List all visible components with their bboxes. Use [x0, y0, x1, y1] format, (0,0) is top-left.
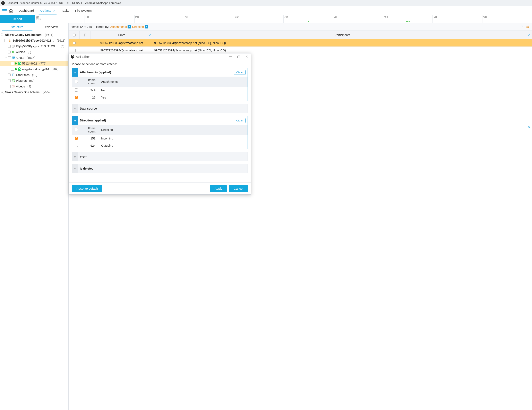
clear-button[interactable]: Clear: [234, 118, 246, 123]
filter-option-row[interactable]: 26 Yes: [72, 94, 247, 101]
timeline-month[interactable]: Sep: [432, 15, 482, 23]
row-checkbox[interactable]: [73, 49, 76, 52]
tree-chats[interactable]: ▾ Chats (1537): [0, 55, 68, 61]
column-filter-icon[interactable]: [527, 34, 530, 37]
tree-checkbox[interactable]: [8, 56, 11, 59]
filter-chip-attachments[interactable]: Attachments✕: [110, 25, 131, 29]
tree-pictures[interactable]: Pictures (50): [0, 78, 68, 84]
filter-option-row[interactable]: 749 No: [72, 87, 247, 94]
remove-chip-icon[interactable]: ✕: [128, 25, 131, 29]
maximize-icon[interactable]: ▢: [236, 55, 241, 58]
left-tab-structure[interactable]: Structure: [0, 23, 34, 31]
window-title: Belkasoft Evidence Center X | v.2.4.1517…: [7, 1, 121, 4]
menu-icon[interactable]: [2, 8, 7, 13]
tree-checkbox[interactable]: [8, 51, 11, 53]
tree-chat-thread[interactable]: 571249602 (775): [0, 61, 68, 66]
grid-row[interactable]: 995571203394@s.whatsapp.net 995571203394…: [69, 39, 532, 47]
expand-handle-icon[interactable]: [72, 164, 78, 173]
filter-option-row[interactable]: 151 Incoming: [72, 135, 247, 142]
expand-handle-icon[interactable]: [72, 152, 78, 161]
grid-header-from[interactable]: From: [91, 31, 153, 39]
tree-other-files[interactable]: Other files (12): [0, 72, 68, 78]
tree-root[interactable]: Niko's Galaxy S9+.belkaml (1611): [0, 32, 68, 38]
grid-row[interactable]: 995571203394@s.whatsapp.net 995571203394…: [69, 47, 532, 54]
apply-button[interactable]: Apply: [210, 185, 227, 192]
grid-header-participants[interactable]: Participants: [153, 31, 532, 39]
tree-case[interactable]: 1cf95de51b037ece-2024011… (1611): [0, 38, 68, 43]
section-header[interactable]: From: [72, 152, 247, 161]
clear-button[interactable]: Clear: [234, 70, 246, 75]
timeline-month[interactable]: Apr: [184, 15, 234, 23]
row-checkbox[interactable]: [73, 42, 76, 44]
tree-checkbox[interactable]: [8, 45, 11, 48]
option-checkbox[interactable]: [75, 96, 78, 99]
col-value[interactable]: Direction: [99, 125, 247, 135]
collapse-handle-icon[interactable]: [72, 116, 78, 125]
tab-tasks[interactable]: Tasks: [58, 6, 72, 15]
left-tab-overview[interactable]: Overview: [34, 23, 68, 31]
chat-view-icon[interactable]: [520, 25, 524, 29]
col-items-count[interactable]: Items count: [80, 125, 99, 135]
col-value[interactable]: Attachments: [99, 77, 247, 87]
tree-image-node[interactable]: IMjhy5BOPyvg-Is_31SqT1XG… (0): [0, 43, 68, 49]
option-checkbox[interactable]: [75, 144, 78, 147]
tree-checkbox[interactable]: [11, 62, 14, 65]
option-checkbox[interactable]: [75, 88, 78, 92]
close-icon[interactable]: ✕: [245, 55, 249, 58]
grid-view-icon[interactable]: [526, 25, 530, 29]
dialog-titlebar[interactable]: Add a filter — ▢ ✕: [69, 53, 251, 60]
timeline-month[interactable]: Mar: [134, 15, 184, 23]
section-header[interactable]: Attachments (applied) Clear: [72, 68, 247, 76]
top-navigation: Dashboard Artifacts ✕ Tasks File System: [0, 6, 532, 15]
timeline-month[interactable]: Feb: [85, 15, 134, 23]
home-icon[interactable]: [8, 8, 14, 13]
collapse-handle-icon[interactable]: [72, 68, 78, 76]
tree-root[interactable]: Niko's Galaxy S9+.belkaml (755): [0, 89, 68, 95]
timeline-month[interactable]: Jul: [333, 15, 383, 23]
section-title: From: [80, 155, 87, 158]
magnifier-icon: [0, 90, 4, 94]
col-items-count[interactable]: Items count: [80, 77, 99, 87]
tree-audios[interactable]: Audios (8): [0, 49, 68, 55]
filter-chip-direction[interactable]: Direction✕: [132, 25, 148, 29]
grid-header-checkbox[interactable]: [69, 31, 80, 39]
tree-checkbox[interactable]: [4, 39, 7, 42]
section-header[interactable]: Is deleted: [72, 164, 247, 173]
timeline-month[interactable]: Jan2023: [35, 15, 85, 23]
tree-checkbox[interactable]: [8, 74, 11, 76]
cancel-button[interactable]: Cancel: [229, 185, 248, 192]
collapse-icon[interactable]: ▾: [4, 57, 7, 59]
cell-participants: 995571203394@s.whatsapp.net (Nino ICQ, N…: [153, 49, 532, 52]
tree-chat-thread[interactable]: msgstore.db.crypt14 (762): [0, 66, 68, 72]
timeline-month[interactable]: Aug: [383, 15, 433, 23]
filter-option-row[interactable]: 624 Outgoing: [72, 142, 247, 149]
remove-chip-icon[interactable]: ✕: [145, 25, 148, 29]
section-header[interactable]: Direction (applied) Clear: [72, 116, 247, 125]
grid-header-bookmark[interactable]: [80, 31, 91, 39]
minimize-icon[interactable]: —: [228, 55, 233, 58]
select-all-checkbox[interactable]: [75, 80, 78, 83]
svg-rect-10: [526, 26, 528, 26]
tree-checkbox[interactable]: [8, 85, 11, 88]
expand-handle-icon[interactable]: [72, 104, 78, 113]
tab-filesystem[interactable]: File System: [72, 6, 95, 15]
tab-dashboard[interactable]: Dashboard: [16, 6, 37, 15]
tab-artifacts[interactable]: Artifacts ✕: [37, 6, 58, 15]
select-all-checkbox[interactable]: [75, 128, 78, 131]
option-checkbox[interactable]: [75, 137, 78, 140]
close-tab-icon[interactable]: ✕: [53, 9, 56, 12]
tree-checkbox[interactable]: [8, 79, 11, 82]
reset-button[interactable]: Reset to default: [72, 185, 102, 192]
panel-collapse-icon[interactable]: [528, 125, 531, 129]
column-filter-icon[interactable]: [148, 34, 151, 37]
tree-videos[interactable]: Videos (4): [0, 84, 68, 89]
timeline-month[interactable]: May: [234, 15, 283, 23]
option-value: No: [99, 87, 247, 94]
timeline-month[interactable]: Oct: [482, 15, 532, 23]
tree-checkbox[interactable]: [11, 68, 14, 71]
timeline[interactable]: Jan2023 Feb Mar Apr May Jun Jul Aug Sep …: [35, 15, 532, 23]
tree-label: 571249602: [22, 62, 37, 65]
report-button[interactable]: Report: [0, 15, 35, 23]
section-header[interactable]: Data source: [72, 104, 247, 113]
timeline-month[interactable]: Jun: [283, 15, 333, 23]
